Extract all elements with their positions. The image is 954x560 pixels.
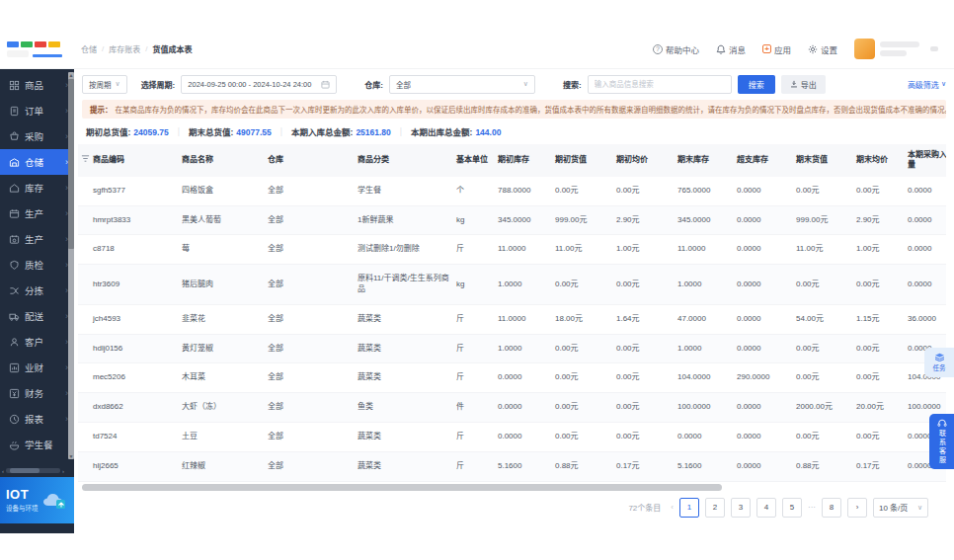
table-cell: 四格饭盒: [182, 177, 268, 205]
sidebar-item-学生餐[interactable]: 学生餐: [0, 432, 74, 457]
sidebar-horizontal-scrollbar[interactable]: ‹ ›: [2, 467, 64, 474]
page-button-8[interactable]: 8: [822, 498, 841, 518]
table-cell: 0.00元: [796, 363, 856, 393]
sidebar-item-生产[interactable]: 生产›: [0, 226, 74, 252]
sidebar-item-生产[interactable]: 生产›: [0, 200, 74, 226]
page-button-3[interactable]: 3: [731, 498, 751, 518]
settings-button[interactable]: 设置: [808, 43, 837, 55]
sidebar-item-label: 报表: [25, 412, 60, 426]
table-horizontal-scrollbar[interactable]: [78, 484, 946, 491]
sidebar-item-客户[interactable]: 客户›: [0, 329, 74, 355]
table-cell: 36.0000: [908, 304, 946, 334]
date-range-value: 2024-09-25 00:00 - 2024-10-24 24:00: [188, 80, 311, 89]
column-header: 期初货值: [555, 144, 616, 177]
table-row[interactable]: htr3609猪后腿肉全部原料11/干调类/生生系列商品kg1.00000.00…: [78, 265, 946, 305]
next-page-button[interactable]: ›: [847, 498, 867, 518]
page-button-2[interactable]: 2: [705, 498, 725, 518]
table-cell: 0.00元: [555, 177, 616, 205]
table-cell: 11.00元: [555, 235, 616, 265]
sidebar-item-label: 生产: [25, 232, 60, 246]
page-button-5[interactable]: 5: [782, 498, 802, 518]
page-size-value: 10 条/页: [879, 502, 908, 513]
table-row[interactable]: hlj2665红辣椒全部蔬菜类斤5.16000.88元0.17元5.16000.…: [78, 451, 946, 481]
sidebar-item-label: 仓储: [25, 155, 60, 169]
export-button[interactable]: 导出: [781, 75, 826, 94]
breadcrumb-item[interactable]: 仓储: [81, 43, 97, 54]
sidebar-item-label: 配送: [25, 309, 60, 323]
table-cell: 0.00元: [856, 265, 908, 305]
table-cell: 蔬菜类: [358, 422, 456, 451]
warehouse-select[interactable]: 全部∨: [389, 75, 535, 94]
table-row[interactable]: mec5206木耳菜全部蔬菜类斤0.00000.00元0.00元104.0000…: [78, 363, 946, 393]
messages-button[interactable]: 消息: [716, 43, 746, 55]
stat-opening-total: 期初总货值:24059.75: [86, 125, 169, 137]
advanced-filter-toggle[interactable]: 高级筛选∨: [908, 79, 946, 90]
app-logo[interactable]: [0, 30, 69, 69]
table-cell: td7524: [93, 422, 182, 451]
column-header: 期初库存: [498, 144, 555, 177]
table-cell: 0.0000: [908, 177, 946, 205]
column-header: 本期采购入量: [908, 144, 946, 177]
avatar: [854, 39, 875, 59]
period-mode-select[interactable]: 按周期∨: [82, 75, 127, 94]
sidebar-item-分拣[interactable]: 分拣›: [0, 278, 74, 303]
scrollbar-thumb[interactable]: [82, 484, 722, 491]
table-cell: 蔬菜类: [358, 451, 456, 481]
breadcrumb-item[interactable]: 库存账表: [109, 43, 140, 54]
page-ellipsis[interactable]: ···: [808, 503, 816, 512]
column-header: 商品编码: [93, 144, 182, 177]
table-row[interactable]: c8718莓全部测试删除1/勿删除斤11.000011.00元1.00元11.0…: [78, 235, 946, 265]
sidebar-item-业财[interactable]: 业财›: [0, 355, 74, 380]
page-button-4[interactable]: 4: [756, 498, 776, 518]
contact-support-widget[interactable]: 联系客服: [929, 414, 954, 469]
student-meal-icon: [9, 440, 20, 450]
table-cell: 0.00元: [555, 265, 616, 305]
table-cell: 0.0000: [737, 422, 796, 451]
sidebar-item-配送[interactable]: 配送›: [0, 303, 74, 329]
table-row[interactable]: hmrpt3833黑美人葡萄全部1新鲜蔬果kg345.0000999.00元2.…: [78, 205, 946, 235]
stat-divider: |: [178, 126, 180, 136]
apps-button[interactable]: + 应用: [762, 43, 791, 55]
sidebar-item-商品[interactable]: 商品›: [0, 72, 74, 98]
table-cell: 2.90元: [616, 205, 677, 235]
search-button[interactable]: 搜索: [738, 75, 775, 94]
row-spacer-cell: [78, 205, 93, 235]
table-cell: 1.0000: [677, 334, 737, 363]
help-center-button[interactable]: ? 帮助中心: [653, 43, 699, 55]
sidebar-item-质检[interactable]: 质检›: [0, 252, 74, 278]
date-range-input[interactable]: 2024-09-25 00:00 - 2024-10-24 24:00: [181, 75, 337, 94]
warehouse-icon: [9, 157, 20, 168]
table-cell: 11.0000: [677, 235, 737, 265]
column-filter-cell[interactable]: [78, 144, 93, 177]
table-row[interactable]: td7524土豆全部蔬菜类斤0.00000.00元0.00元0.00000.00…: [78, 422, 946, 451]
table-row[interactable]: dxd8662大虾（冻）全部鱼类件0.00000.00元0.00元100.000…: [78, 393, 946, 423]
table-row[interactable]: jch4593韭菜花全部蔬菜类斤11.000018.00元1.64元47.000…: [78, 304, 946, 334]
prev-page-button[interactable]: ‹: [671, 503, 674, 512]
table-cell: 0.00元: [616, 393, 677, 423]
table-row[interactable]: hdlj0156黄灯笼椒全部蔬菜类斤1.00000.00元0.00元1.0000…: [78, 334, 946, 363]
chevron-down-icon: ∨: [941, 80, 946, 88]
sidebar-item-采购[interactable]: 采购›: [0, 123, 74, 149]
page-button-1[interactable]: 1: [679, 498, 699, 518]
row-spacer-cell: [78, 235, 93, 265]
summary-stats: 期初总货值:24059.75 | 期末总货值:49077.55 | 本期入库总金…: [74, 121, 954, 144]
sidebar-item-库存[interactable]: 库存›: [0, 175, 74, 200]
order-icon: [9, 106, 20, 117]
scroll-left-icon: ‹: [2, 468, 4, 474]
user-menu[interactable]: [854, 39, 938, 59]
search-input[interactable]: [588, 75, 732, 94]
table-cell: 1.64元: [616, 304, 677, 334]
table-cell: hdlj0156: [93, 334, 182, 363]
tasks-widget[interactable]: 任务: [924, 348, 954, 377]
sidebar-item-报表[interactable]: 报表›: [0, 406, 74, 432]
table-cell: 999.00元: [555, 205, 616, 235]
table-cell: 大虾（冻）: [182, 393, 268, 423]
table-cell: 0.00元: [616, 363, 677, 393]
table-row[interactable]: sgfh5377四格饭盒全部学生餐个788.00000.00元0.00元765.…: [78, 177, 946, 205]
sidebar-item-订单[interactable]: 订单›: [0, 98, 74, 123]
sidebar-item-仓储[interactable]: 仓储›: [0, 149, 74, 175]
notice-bar: 提示：在某商品库存为负的情况下，库存均价会在此商品下一次入库时更新为的此次入库的…: [82, 100, 946, 119]
iot-banner[interactable]: IOT 设备与环境: [0, 477, 74, 523]
sidebar-item-财务[interactable]: 财务›: [0, 380, 74, 406]
page-size-select[interactable]: 10 条/页∨: [873, 498, 928, 518]
